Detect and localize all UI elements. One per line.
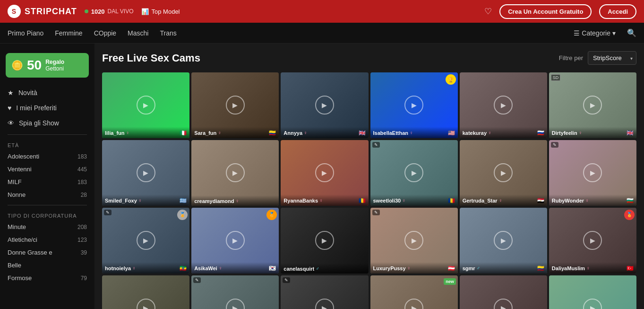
cam-card[interactable]: ▶✎RubyWonder ♀🇧🇬 [549, 140, 636, 206]
nav-coppie[interactable]: COppie [94, 27, 116, 39]
gender-icon: ♀ [499, 198, 503, 203]
cam-card[interactable]: ▶sgmr ♂🇨🇴 [460, 208, 547, 274]
play-circle: ▶ [404, 231, 423, 250]
play-circle: ▶ [315, 96, 334, 115]
cam-card[interactable]: ▶ [460, 275, 547, 309]
sidebar-item-preferiti[interactable]: ♥ I miei Preferiti [0, 100, 94, 115]
filter-select[interactable]: StripScore [588, 51, 636, 65]
cam-info-overlay: sgmr ♂🇨🇴 [460, 262, 547, 274]
grasse-count: 39 [81, 249, 87, 256]
filter-row: Filtre per StripScore ▾ [559, 51, 636, 65]
cam-card[interactable]: ▶RyannaBanks ♀🇷🇴 [281, 140, 368, 206]
filter-grasse[interactable]: Donne Grasse e 39 [0, 246, 94, 259]
token-gift-box[interactable]: 🪙 50 Regalo Gettoni [6, 53, 89, 78]
gender-icon: ♀ [138, 198, 142, 203]
cam-card[interactable]: ▶ [102, 275, 189, 309]
play-circle: ▶ [404, 299, 423, 309]
search-icon[interactable]: 🔍 [627, 28, 636, 37]
play-circle: ▶ [494, 163, 513, 182]
cam-flag: 🇨🇴 [269, 130, 276, 136]
cam-flag: 🇧🇬 [627, 197, 634, 204]
cam-info-overlay: LuxuryPussy ♀🇦🇹 [370, 262, 458, 274]
play-circle: ▶ [137, 231, 155, 250]
atletiche-label: Atletiche/ci [8, 236, 37, 243]
cam-card[interactable]: ▶creamydiamond ♀ [191, 140, 279, 206]
token-number: 50 [27, 58, 42, 73]
chart-icon: 📊 [141, 8, 149, 15]
filter-atletiche[interactable]: Atletiche/ci 123 [0, 233, 94, 246]
cam-name: RubyWonder ♀ [552, 198, 589, 203]
cam-info-overlay: AsikaWei ♀🇰🇷 [191, 262, 279, 274]
play-circle: ▶ [226, 231, 245, 250]
favorites-icon[interactable]: ♡ [484, 6, 492, 17]
cam-name: canelasquirt ♂ [283, 266, 319, 272]
edit-icon: ✎ [283, 277, 290, 283]
divider2 [8, 205, 87, 205]
nav-femmine[interactable]: Femmine [55, 27, 82, 39]
cam-card[interactable]: ▶✎ [191, 275, 279, 309]
filter-milf[interactable]: MILF 183 [0, 176, 94, 188]
cam-card[interactable]: ▶new [370, 275, 458, 309]
cam-card[interactable]: ▶katekuray ♀🇷🇺 [460, 72, 547, 138]
categories-menu[interactable]: ☰ Categorie ▾ [574, 29, 616, 37]
nav-maschi[interactable]: Maschi [128, 27, 148, 39]
gender-icon: ♀ [579, 130, 583, 135]
cam-info-overlay: sweetloli30 ♀🇷🇴 [370, 194, 458, 206]
cam-name: creamydiamond ♀ [194, 198, 239, 204]
atletiche-count: 123 [77, 237, 87, 243]
cam-card[interactable]: ▶Gertruda_Star ♀🇪🇬 [460, 140, 547, 206]
cam-info-overlay: DaliyaMuslim ♀🇹🇷 [549, 262, 636, 274]
edit-icon: ✎ [104, 210, 112, 215]
medal-badge: 🏅 [624, 210, 635, 220]
filter-formose[interactable]: Formose 79 [0, 272, 94, 284]
top-model-button[interactable]: 📊 Top Model [141, 8, 180, 15]
sidebar-item-novita[interactable]: ★ Novità [0, 85, 94, 100]
filter-nonne[interactable]: Nonne 28 [0, 188, 94, 201]
cam-card[interactable]: ▶canelasquirt ♂ [281, 208, 368, 274]
cam-card[interactable]: ▶lilia_fun ♀🇮🇹 [102, 72, 189, 138]
cam-name: hotnoielya ♀ [105, 265, 136, 271]
logo-icon: S [8, 5, 21, 18]
cam-card[interactable]: ▶Sara_fun ♀🇨🇴 [191, 72, 279, 138]
heart-icon: ♥ [8, 104, 11, 112]
cam-info-overlay: hotnoielya ♀🇪🇹 [102, 262, 189, 274]
filter-select-wrapper: StripScore ▾ [588, 51, 636, 65]
cam-card[interactable]: ▶✎sweetloli30 ♀🇷🇴 [370, 140, 458, 206]
cam-card[interactable]: ▶ [549, 275, 636, 309]
play-circle: ▶ [494, 96, 513, 115]
create-account-button[interactable]: Crea Un Account Gratuito [499, 4, 592, 19]
cam-card[interactable]: ▶✎LuxuryPussy ♀🇦🇹 [370, 208, 458, 274]
cam-name: Dirtyfeelin ♀ [552, 130, 582, 136]
cam-card[interactable]: ▶🏅DaliyaMuslim ♀🇹🇷 [549, 208, 636, 274]
nav-trans[interactable]: Trans [160, 27, 176, 39]
cam-info-overlay: Sara_fun ♀🇨🇴 [191, 127, 279, 138]
cam-name: katekuray ♀ [463, 130, 492, 136]
filter-belle[interactable]: Belle [0, 259, 94, 272]
play-circle: ▶ [226, 96, 245, 115]
filter-minute[interactable]: Minute 208 [0, 221, 94, 233]
cam-name: Gertruda_Star ♀ [463, 198, 502, 203]
cam-card[interactable]: ▶🏅AsikaWei ♀🇰🇷 [191, 208, 279, 274]
cam-info-overlay: canelasquirt ♂ [281, 263, 368, 274]
content-area: Free Live Sex Cams Filtre per StripScore… [94, 44, 644, 309]
cam-card[interactable]: ▶✎🏅hotnoielya ♀🇪🇹 [102, 208, 189, 274]
minute-label: Minute [8, 223, 26, 230]
gender-icon: ♀ [488, 130, 492, 135]
edit-icon: ✎ [551, 142, 558, 148]
login-button[interactable]: Accedi [599, 4, 636, 19]
top-model-label: Top Model [152, 8, 180, 15]
filter-ventenni[interactable]: Ventenni 445 [0, 163, 94, 176]
nav-primo-piano[interactable]: Primo Piano [8, 27, 43, 39]
cam-card[interactable]: ▶Annyya ♀🇬🇧 [281, 72, 368, 138]
logo[interactable]: S STRIPCHAT [8, 5, 77, 18]
edit-icon: ✎ [372, 142, 380, 148]
filter-adolescenti[interactable]: Adolescenti 183 [0, 150, 94, 163]
cam-name: RyannaBanks ♀ [283, 198, 323, 203]
cam-card[interactable]: ▶Smiled_Foxy ♀🇬🇷 [102, 140, 189, 206]
filter-by-label: Filtre per [559, 54, 583, 62]
content-header: Free Live Sex Cams Filtre per StripScore… [102, 51, 636, 65]
cam-card[interactable]: ▶🏆IsabellaEtthan ♀🇺🇸 [370, 72, 458, 138]
cam-card[interactable]: ▶SDDirtyfeelin ♀🇬🇧 [549, 72, 636, 138]
sidebar-item-spia[interactable]: 👁 Spia gli Show [0, 115, 94, 131]
cam-card[interactable]: ▶✎ [281, 275, 368, 309]
